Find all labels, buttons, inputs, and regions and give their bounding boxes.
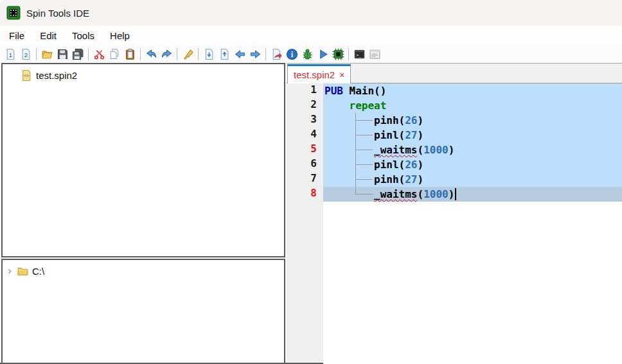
chip-icon bbox=[332, 48, 344, 60]
toolbar-separator bbox=[140, 48, 141, 60]
svg-text:i: i bbox=[290, 50, 293, 59]
code-token: _waitms bbox=[374, 144, 417, 156]
app-logo-chip-icon bbox=[6, 6, 21, 20]
debug-button[interactable] bbox=[299, 47, 315, 62]
line-number: 5 bbox=[287, 143, 323, 157]
svg-text:>_: >_ bbox=[356, 53, 362, 58]
code-line-6[interactable]: pinl(26) bbox=[323, 157, 622, 172]
upload-flash-button[interactable] bbox=[330, 47, 346, 62]
paste-button[interactable] bbox=[122, 47, 138, 62]
menu-help[interactable]: Help bbox=[102, 30, 138, 41]
file-browser-panel: ›C:\ bbox=[1, 259, 285, 363]
navigate-forward-button[interactable] bbox=[247, 47, 263, 62]
toolbar-separator bbox=[36, 48, 37, 60]
code-line-4[interactable]: pinl(27) bbox=[323, 128, 622, 143]
format-source-button[interactable] bbox=[180, 47, 195, 62]
indent-guide-branch bbox=[355, 164, 373, 165]
line-number: 7 bbox=[287, 172, 323, 187]
code-token: pinh bbox=[374, 114, 399, 126]
copy-button[interactable] bbox=[107, 47, 122, 62]
toolbar-separator bbox=[177, 48, 177, 60]
window-title: Spin Tools IDE bbox=[26, 8, 89, 19]
folder-icon bbox=[17, 265, 29, 277]
cut-button[interactable] bbox=[91, 47, 107, 62]
code-file-icon: <> bbox=[21, 69, 33, 82]
code-token: 26 bbox=[405, 159, 417, 171]
brush-icon bbox=[182, 48, 194, 60]
next-annotation-button[interactable] bbox=[201, 47, 217, 62]
copy-icon bbox=[109, 48, 121, 60]
text-cursor bbox=[455, 188, 456, 200]
floppy-icon bbox=[57, 48, 69, 60]
code-line-8[interactable]: _waitms(1000) bbox=[323, 187, 622, 202]
redo-button[interactable] bbox=[159, 47, 174, 62]
code-line-3[interactable]: pinh(26) bbox=[323, 113, 622, 128]
line-number: 6 bbox=[287, 157, 323, 172]
toolbar-separator bbox=[88, 48, 89, 60]
tab-test-spin2[interactable]: test.spin2 × bbox=[287, 64, 351, 83]
code-token: ) bbox=[449, 144, 455, 156]
svg-text:1: 1 bbox=[8, 51, 12, 58]
code-line-5[interactable]: _waitms(1000) bbox=[323, 143, 622, 157]
code-token: ( bbox=[418, 188, 424, 200]
toolbar-separator bbox=[198, 48, 199, 60]
save-all-button[interactable] bbox=[70, 47, 85, 62]
menu-tools[interactable]: Tools bbox=[64, 30, 102, 41]
floppy-multi-icon bbox=[72, 48, 84, 60]
save-button[interactable] bbox=[55, 47, 70, 62]
svg-text:<>: <> bbox=[24, 73, 30, 78]
code-token: 1000 bbox=[423, 144, 449, 156]
folder-open-icon bbox=[41, 48, 53, 60]
show-info-button[interactable]: i bbox=[284, 47, 299, 62]
code-line-1[interactable]: PUB Main() bbox=[323, 83, 622, 98]
folder-tree-item[interactable]: ›C:\ bbox=[3, 263, 284, 279]
code-token: PUB bbox=[324, 85, 343, 97]
new-spin2-button[interactable]: 2 bbox=[18, 47, 33, 62]
editor-tab-bar: test.spin2 × bbox=[287, 63, 622, 83]
serial-terminal-button[interactable]: >_ bbox=[351, 47, 367, 62]
code-token: ) bbox=[418, 173, 424, 186]
expand-chevron-icon[interactable]: › bbox=[3, 266, 17, 275]
terminal-icon: >_ bbox=[353, 48, 366, 60]
previous-annotation-button[interactable] bbox=[217, 47, 232, 62]
code-token: ( bbox=[418, 144, 424, 156]
indent-guide-branch bbox=[355, 179, 373, 180]
undo-button[interactable] bbox=[143, 47, 159, 62]
code-token: 27 bbox=[405, 129, 417, 141]
file-tree-item[interactable]: <>test.spin2 bbox=[3, 67, 284, 83]
tab-label: test.spin2 bbox=[294, 69, 335, 80]
play-icon bbox=[317, 48, 329, 60]
page-up-icon bbox=[218, 48, 231, 60]
menu-bar: FileEditToolsHelp bbox=[0, 26, 622, 46]
code-editor[interactable]: 12345678 PUB Main() repeat pinh(26) pinl… bbox=[287, 83, 622, 364]
line-number-gutter: 12345678 bbox=[287, 83, 323, 364]
menu-file[interactable]: File bbox=[1, 30, 32, 41]
navigate-back-button[interactable] bbox=[232, 47, 247, 62]
toolbar: 12i>_ bbox=[0, 46, 622, 63]
code-line-7[interactable]: pinh(27) bbox=[323, 172, 622, 187]
code-token: ) bbox=[418, 159, 424, 171]
code-token: ( bbox=[399, 159, 405, 171]
code-token: 27 bbox=[405, 173, 417, 186]
new-spin1-button[interactable]: 1 bbox=[3, 47, 18, 62]
console-icon bbox=[369, 48, 381, 60]
upload-source-button[interactable] bbox=[269, 47, 284, 62]
title-bar: Spin Tools IDE bbox=[0, 0, 622, 26]
code-token: 26 bbox=[405, 114, 417, 126]
menu-edit[interactable]: Edit bbox=[32, 30, 64, 41]
svg-text:2: 2 bbox=[24, 51, 27, 58]
spin-tools-ide-window: Spin Tools IDE FileEditToolsHelp 12i>_ <… bbox=[0, 0, 622, 364]
page2-icon: 2 bbox=[20, 48, 32, 60]
code-token: ( bbox=[399, 173, 405, 186]
code-token: pinl bbox=[374, 129, 399, 141]
console-button[interactable] bbox=[367, 47, 382, 62]
code-area[interactable]: PUB Main() repeat pinh(26) pinl(27) _wai… bbox=[323, 83, 622, 364]
code-token bbox=[324, 100, 350, 112]
tab-close-icon[interactable]: × bbox=[339, 70, 344, 80]
code-line-2[interactable]: repeat bbox=[323, 98, 622, 113]
indent-guide-branch bbox=[355, 135, 373, 135]
info-icon: i bbox=[286, 48, 298, 60]
upload-ram-button[interactable] bbox=[315, 47, 330, 62]
indent-guide-branch bbox=[355, 120, 373, 121]
open-button[interactable] bbox=[39, 47, 55, 62]
